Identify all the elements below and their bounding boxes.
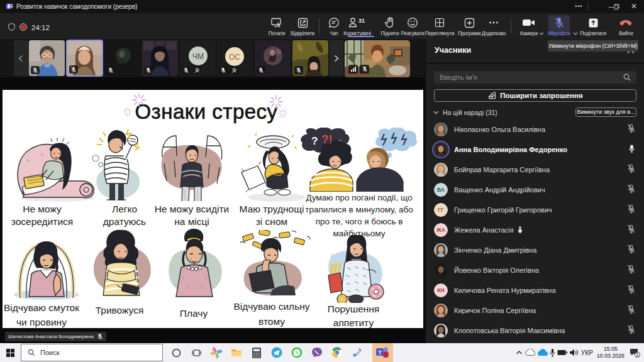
svg-text:ОС: ОС (229, 53, 240, 62)
svg-text:31: 31 (358, 18, 365, 24)
svg-text:?: ? (311, 135, 318, 147)
svg-text:1: 1 (636, 353, 639, 357)
svg-text:ЧМ: ЧМ (192, 52, 204, 61)
svg-text:T: T (378, 349, 382, 356)
